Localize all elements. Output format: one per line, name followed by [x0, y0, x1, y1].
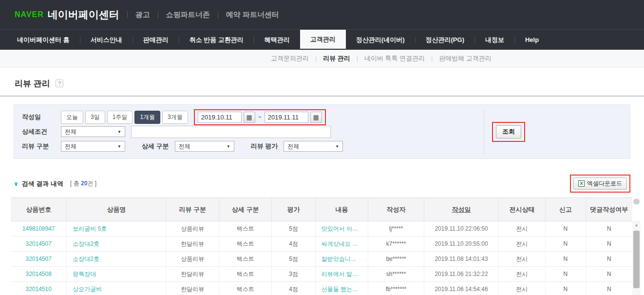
display-status-cell: 전시	[499, 221, 546, 236]
date-cell: 2019.11.10 22:06:50	[424, 221, 498, 236]
report-cell: N	[545, 252, 586, 267]
rating-cell: 4점	[272, 236, 315, 252]
review-rating-select[interactable]: 전체 ▼	[284, 141, 343, 152]
detail-condition-input[interactable]	[131, 126, 331, 138]
col-header-rating: 평가	[272, 198, 315, 221]
product-no-link[interactable]: 1498108947	[11, 221, 67, 236]
scrollbar-thumb[interactable]	[633, 231, 640, 288]
period-button-1month[interactable]: 1개월	[134, 111, 160, 124]
col-header-report: 신고	[545, 198, 586, 221]
page-head: 리뷰 관리 ?	[0, 67, 644, 96]
nav-item-settlement-naver[interactable]: 정산관리(네이버)	[346, 30, 415, 50]
calendar-icon[interactable]: ▦	[244, 112, 255, 123]
report-cell: N	[545, 236, 586, 252]
col-header-review-type: 리뷰 구분	[166, 198, 219, 221]
product-name-link[interactable]: 소장대2호	[67, 236, 166, 252]
table-row: 1498108947 보리굴비 5호 상품리뷰 텍스트 5점 맛있어서 아… l…	[11, 221, 632, 236]
date-cell: 2019.11.08 14:01:43	[424, 252, 498, 267]
review-type-select[interactable]: 전체 ▼	[61, 141, 125, 152]
calendar-icon[interactable]: ▦	[310, 112, 322, 123]
product-no-link[interactable]: 32014507	[11, 236, 67, 252]
content-link[interactable]: 잘받았습니…	[315, 252, 368, 267]
subnav-item-sales-interference[interactable]: 판매방해 고객관리	[439, 54, 492, 63]
detail-type-cell: 텍스트	[219, 236, 271, 252]
review-type-cell: 상품리뷰	[166, 221, 219, 236]
display-status-cell: 전시	[499, 267, 546, 282]
product-name-link[interactable]: 보리굴비 5호	[67, 221, 166, 236]
results-count: [ 총 20건 ]	[70, 179, 96, 188]
search-button[interactable]: 조회	[496, 125, 521, 138]
excel-download-button[interactable]: X 엑셀다운로드	[573, 177, 627, 190]
nav-item-settlement-pg[interactable]: 정산관리(PG)	[416, 30, 474, 50]
nav-item-help[interactable]: Help	[515, 30, 549, 50]
product-no-link[interactable]: 32014507	[11, 252, 67, 267]
rating-cell: 3점	[272, 267, 315, 282]
detail-type-cell: 텍스트	[219, 252, 271, 267]
chevron-down-icon: ▼	[117, 130, 121, 134]
report-cell: N	[545, 221, 586, 236]
product-name-link[interactable]: 상오가굴비	[67, 282, 166, 295]
nav-item-my-info[interactable]: 내정보	[475, 30, 514, 50]
filter-row-review-type: 리뷰 구분 전체 ▼ 상세 구분 전체 ▼ 리뷰 평가 전체 ▼	[22, 139, 484, 154]
nav-item-customer-management[interactable]: 고객관리	[300, 30, 346, 50]
subnav-item-review-management[interactable]: 리뷰 관리	[323, 54, 350, 63]
detail-type-cell: 텍스트	[219, 267, 271, 282]
period-button-today[interactable]: 오늘	[61, 111, 83, 124]
table-row: 32014510 상오가굴비 한달리뷰 텍스트 4점 선물들 했는… fb***…	[11, 282, 632, 295]
detail-condition-select[interactable]: 전체 ▼	[61, 126, 125, 137]
review-type-cell: 한달리뷰	[166, 267, 219, 282]
divider: |	[357, 55, 358, 62]
product-no-link[interactable]: 32014508	[11, 267, 67, 282]
subnav-item-talktalk[interactable]: 네이버 톡톡 연결관리	[364, 54, 425, 63]
filter-row-detail-condition: 상세조건 전체 ▼	[22, 124, 484, 139]
content-link[interactable]: 선물들 했는…	[315, 282, 368, 295]
date-cell: 2019.11.10 20:55:00	[424, 236, 498, 252]
chevron-down-icon[interactable]: ∨	[14, 180, 19, 187]
display-status-cell: 전시	[499, 282, 546, 295]
main-nav: 네이버페이센터 홈 서비스안내 판매관리 취소 반품 교환관리 혜택관리 고객관…	[0, 29, 644, 50]
review-type-label: 리뷰 구분	[22, 142, 61, 151]
product-no-link[interactable]: 32014510	[11, 282, 67, 295]
content-link[interactable]: 싸게샀네요 …	[315, 236, 368, 252]
search-button-annotation-box: 조회	[492, 122, 525, 142]
content-link[interactable]: 맛있어서 아…	[315, 221, 368, 236]
date-to-input[interactable]: 2019.11.11	[265, 112, 308, 123]
chevron-down-icon: ▼	[227, 144, 230, 149]
product-name-link[interactable]: 소장대2호	[67, 252, 166, 267]
reply-status-cell: N	[586, 221, 632, 236]
topbar-link-ad[interactable]: 광고	[135, 10, 150, 20]
subnav-item-customer-inquiry[interactable]: 고객문의관리	[271, 54, 309, 63]
date-range-annotation-box: 2019.10.11 ▦ ~ 2019.11.11 ▦	[194, 109, 326, 125]
service-logo[interactable]: 네이버페이센터	[48, 8, 119, 21]
period-button-1week[interactable]: 1주일	[107, 111, 133, 124]
period-button-3days[interactable]: 3일	[85, 111, 105, 124]
nav-item-sales[interactable]: 판매관리	[133, 30, 179, 50]
detail-type-value: 전체	[179, 142, 190, 151]
naver-logo[interactable]: NAVER	[15, 10, 44, 19]
review-rating-value: 전체	[287, 142, 299, 151]
help-icon[interactable]: ?	[56, 79, 63, 87]
product-name-link[interactable]: 왕특장대	[67, 267, 166, 282]
nav-item-service-guide[interactable]: 서비스안내	[80, 30, 133, 50]
detail-type-select[interactable]: 전체 ▼	[175, 141, 234, 152]
topbar-link-booking-partner[interactable]: 예약 파트너센터	[226, 10, 279, 20]
period-button-3months[interactable]: 3개월	[162, 111, 188, 124]
topbar-link-shopping-partner[interactable]: 쇼핑파트너존	[166, 10, 210, 20]
content-link[interactable]: 리뷰에서 말…	[315, 267, 368, 282]
review-type-cell: 상품리뷰	[166, 252, 219, 267]
review-type-cell: 한달리뷰	[166, 282, 219, 295]
date-from-input[interactable]: 2019.10.11	[198, 112, 242, 123]
rating-cell: 5점	[272, 221, 315, 236]
nav-item-home[interactable]: 네이버페이센터 홈	[7, 30, 80, 50]
naver-pay-center-screen: NAVER 네이버페이센터 광고 쇼핑파트너존 예약 파트너센터 네이버페이센터…	[0, 0, 644, 295]
divider	[127, 11, 128, 18]
nav-item-benefits[interactable]: 혜택관리	[254, 30, 300, 50]
reply-status-cell: N	[586, 282, 632, 295]
author-cell: sh******	[368, 267, 424, 282]
results-table: 상품번호 상품명 리뷰 구분 상세 구분 평가 내용 작성자 작성일 전시상태 …	[11, 197, 632, 295]
nav-item-cancel-return[interactable]: 취소 반품 교환관리	[179, 30, 254, 50]
scroll-up-icon[interactable]: ▲	[632, 221, 641, 229]
divider	[0, 96, 644, 97]
scrollbar-track[interactable]: ▲	[632, 221, 641, 295]
col-header-date-sortable[interactable]: 작성일	[424, 198, 498, 221]
